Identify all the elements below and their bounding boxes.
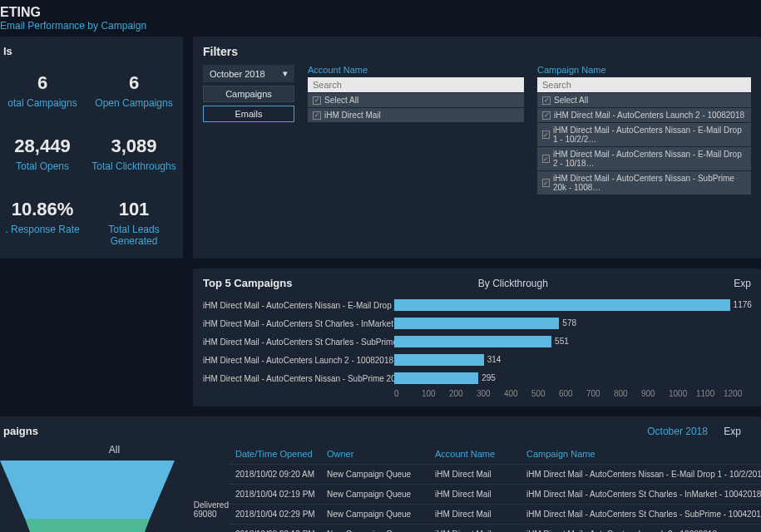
cell-date: 2018/10/02 09:20 AM [229,464,320,484]
funnel-segment[interactable] [25,519,150,532]
axis-tick: 1100 [696,389,724,398]
metric-value: 6 [91,72,176,94]
account-filter-label: Account Name [308,65,524,75]
bar-fill[interactable] [394,372,478,384]
axis-tick: 800 [614,389,641,398]
funnel-chart [0,461,229,532]
filter-checkbox-item[interactable]: ✓iHM Direct Mail - AutoCenters Nissan - … [537,123,751,146]
page-title: ETING [0,5,761,20]
filter-checkbox-item[interactable]: ✓Select All [308,93,524,107]
table-row[interactable]: 2018/10/04 02:19 PMNew Campaign QueueiHM… [229,484,761,504]
month-dropdown-label: October 2018 [210,69,265,79]
cell-date: 2018/10/08 02:12 PM [229,524,320,532]
table-row[interactable]: 2018/10/02 09:20 AMNew Campaign QueueiHM… [229,464,761,484]
funnel-stage-value: 69080 [194,510,229,519]
filter-checkbox-item[interactable]: ✓iHM Direct Mail - AutoCenters Launch 2 … [537,108,751,122]
filter-checkbox-item[interactable]: ✓iHM Direct Mail [308,108,524,122]
cell-account: iHM Direct Mail [428,504,520,524]
th-date[interactable]: Date/Time Opened [229,444,320,464]
campaign-filter-label: Campaign Name [537,65,751,75]
bar-fill[interactable] [394,336,551,347]
metric-value: 28,449 [0,135,85,157]
bar-fill[interactable] [394,318,559,329]
checkbox-icon: ✓ [542,111,551,120]
metric-label: Open Campaigns [91,97,176,109]
th-account[interactable]: Account Name [428,444,520,464]
axis-tick: 1200 [724,389,751,398]
cell-owner: New Campaign Queue [320,464,428,484]
cell-date: 2018/10/04 02:19 PM [229,484,320,504]
axis-tick: 400 [504,389,531,398]
axis-tick: 1000 [669,389,696,398]
cell-owner: New Campaign Queue [320,524,428,532]
tab-emails[interactable]: Emails [203,106,294,122]
checkbox-label: iHM Direct Mail - AutoCenters Nissan - E… [553,150,746,168]
metric-label: Total Leads Generated [91,224,176,247]
metric-label: Total Clickthroughs [91,160,176,172]
cell-owner: New Campaign Queue [320,484,428,504]
campaign-search-input[interactable] [537,77,751,92]
metric-value: 10.86% [0,199,85,220]
table-row[interactable]: 2018/10/04 02:29 PMNew Campaign QueueiHM… [229,504,761,524]
axis-tick: 500 [531,389,559,398]
cell-campaign: iHM Direct Mail - AutoCenters St Charles… [520,484,761,504]
metric-value: 101 [91,199,176,220]
filter-checkbox-item[interactable]: ✓iHM Direct Mail - AutoCenters Nissan - … [537,171,751,195]
bar-fill[interactable] [394,354,484,366]
top5-by-label: By Clickthrough [478,278,548,289]
checkbox-icon: ✓ [313,96,321,105]
cell-account: iHM Direct Mail [428,464,520,484]
table-row[interactable]: 2018/10/08 02:12 PMNew Campaign QueueiHM… [229,524,761,532]
tab-campaigns[interactable]: Campaigns [203,86,294,102]
funnel-stage-label: Delivered [194,500,229,510]
filter-checkbox-item[interactable]: ✓Select All [537,93,751,107]
month-dropdown[interactable]: October 2018 ▾ [203,65,294,82]
cell-campaign: iHM Direct Mail - AutoCenters Launch 2 -… [520,524,761,532]
axis-tick: 700 [586,389,614,398]
axis-tick: 600 [559,389,586,398]
chevron-down-icon: ▾ [283,68,288,79]
cell-campaign: iHM Direct Mail - AutoCenters St Charles… [520,504,761,524]
th-owner[interactable]: Owner [320,444,428,464]
bar-fill[interactable] [394,299,730,311]
bar-value: 578 [559,318,576,329]
top5-title: Top 5 Campaigns [203,277,292,289]
metric-value: 3,089 [91,135,176,157]
checkbox-icon: ✓ [542,155,550,163]
checkbox-icon: ✓ [313,111,321,120]
metric-value: 6 [0,72,85,94]
page-subtitle: Email Performance by Campaign [0,20,761,32]
account-search-input[interactable] [308,77,524,92]
bar-value: 1176 [730,299,752,311]
campaigns-export[interactable]: Exp [724,426,741,437]
cell-account: iHM Direct Mail [428,524,520,532]
funnel-title: All [0,444,229,456]
cell-campaign: iHM Direct Mail - AutoCenters Nissan - E… [520,464,761,484]
filter-checkbox-item[interactable]: ✓iHM Direct Mail - AutoCenters Nissan - … [537,147,751,170]
metric-label: Total Opens [0,160,85,172]
bar-value: 295 [478,372,496,384]
metric-label: . Response Rate [0,224,85,235]
checkbox-icon: ✓ [542,131,550,139]
axis-tick: 300 [477,389,504,398]
metric-label: otal Campaigns [0,97,85,109]
funnel-segment[interactable] [0,461,175,519]
th-campaign[interactable]: Campaign Name [520,444,761,464]
bar-label: iHM Direct Mail - AutoCenters Launch 2 -… [203,356,394,365]
axis-tick: 0 [394,389,422,398]
checkbox-label: Select All [324,96,358,105]
bar-label: iHM Direct Mail - AutoCenters Nissan - E… [203,301,394,310]
bar-label: iHM Direct Mail - AutoCenters Nissan - S… [203,374,394,383]
cell-account: iHM Direct Mail [428,484,520,504]
bar-label: iHM Direct Mail - AutoCenters St Charles… [203,337,394,347]
cell-date: 2018/10/04 02:29 PM [229,504,320,524]
campaigns-month[interactable]: October 2018 [647,426,708,437]
axis-tick: 900 [641,389,669,398]
bar-label: iHM Direct Mail - AutoCenters St Charles… [203,319,394,328]
top5-export[interactable]: Exp [734,278,751,289]
checkbox-label: iHM Direct Mail - AutoCenters Nissan - S… [553,174,746,192]
checkbox-icon: ✓ [542,96,551,105]
cell-owner: New Campaign Queue [320,504,428,524]
checkbox-label: iHM Direct Mail - AutoCenters Launch 2 -… [554,111,744,120]
axis-tick: 200 [449,389,477,398]
